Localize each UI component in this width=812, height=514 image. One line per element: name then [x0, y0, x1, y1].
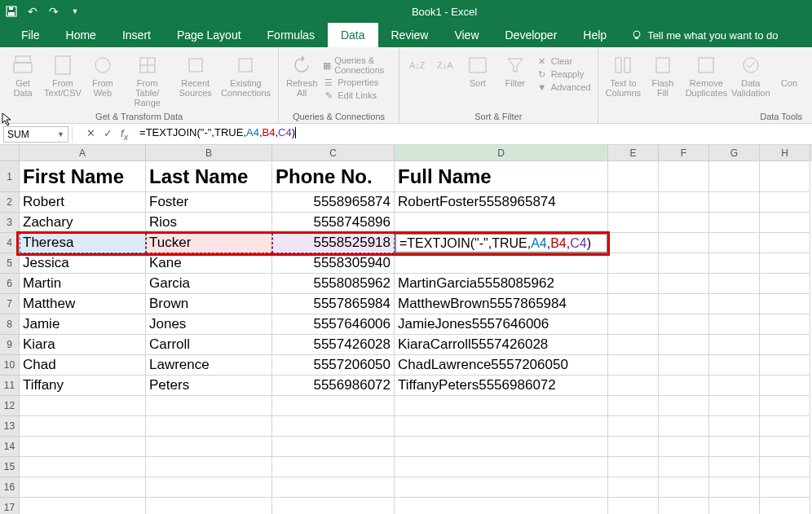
cell[interactable]: Matthew — [20, 294, 146, 314]
cell[interactable] — [760, 355, 810, 376]
cell[interactable] — [659, 314, 709, 335]
advanced-item[interactable]: ▼Advanced — [536, 81, 591, 93]
tell-me-search[interactable]: Tell me what you want to do — [620, 23, 789, 47]
col-header-b[interactable]: B — [146, 145, 272, 161]
cell[interactable]: Full Name — [395, 161, 608, 192]
cell[interactable]: Kane — [146, 253, 272, 274]
cell[interactable]: 5557865984 — [272, 294, 395, 314]
tab-insert[interactable]: Insert — [109, 23, 164, 47]
cell[interactable] — [608, 416, 659, 437]
cell[interactable] — [709, 437, 760, 457]
col-header-c[interactable]: C — [272, 145, 395, 161]
cell[interactable]: Foster — [146, 192, 272, 213]
row-header[interactable]: 17 — [0, 498, 20, 514]
cell[interactable] — [395, 437, 608, 457]
cell[interactable] — [760, 274, 810, 294]
cell[interactable] — [20, 498, 146, 514]
cell[interactable]: Carroll — [146, 335, 272, 355]
save-icon[interactable] — [5, 5, 18, 18]
cell[interactable] — [709, 396, 760, 416]
cancel-icon[interactable]: ✕ — [86, 127, 95, 142]
tab-review[interactable]: Review — [378, 23, 442, 47]
cell[interactable]: KiaraCarroll5557426028 — [395, 335, 608, 355]
cell[interactable] — [659, 335, 709, 355]
redo-icon[interactable]: ↷ — [47, 5, 60, 18]
row-header[interactable]: 2 — [0, 192, 20, 213]
cell[interactable] — [20, 396, 146, 416]
cell[interactable] — [709, 274, 760, 294]
cell[interactable]: Last Name — [146, 161, 272, 192]
cell[interactable] — [146, 437, 272, 457]
cell[interactable] — [659, 213, 709, 233]
cell[interactable] — [709, 457, 760, 477]
fx-icon[interactable]: fx — [121, 127, 128, 142]
cell[interactable]: 5556986072 — [272, 376, 395, 396]
cell[interactable] — [608, 335, 659, 355]
cell[interactable] — [608, 253, 659, 274]
cell[interactable] — [608, 161, 659, 192]
cell[interactable] — [709, 213, 760, 233]
cell[interactable] — [760, 437, 810, 457]
cell[interactable] — [272, 477, 395, 498]
tab-file[interactable]: File — [8, 23, 53, 47]
cell[interactable] — [395, 477, 608, 498]
tab-developer[interactable]: Developer — [492, 23, 571, 47]
row-header[interactable]: 1 — [0, 161, 20, 192]
tab-data[interactable]: Data — [328, 23, 378, 47]
cell[interactable] — [272, 416, 395, 437]
cell[interactable] — [709, 335, 760, 355]
cell[interactable] — [20, 437, 146, 457]
cell[interactable] — [608, 437, 659, 457]
cell[interactable] — [659, 161, 709, 192]
cell[interactable] — [709, 314, 760, 335]
cell[interactable]: 5558085962 — [272, 274, 395, 294]
cell[interactable]: MartinGarcia5558085962 — [395, 274, 608, 294]
cell[interactable] — [608, 213, 659, 233]
cell[interactable]: JamieJones5557646006 — [395, 314, 608, 335]
cell[interactable]: Phone No. — [272, 161, 395, 192]
cell[interactable]: 5558305940 — [272, 253, 395, 274]
cell[interactable] — [395, 457, 608, 477]
col-header-g[interactable]: G — [709, 145, 760, 161]
cell[interactable] — [659, 437, 709, 457]
cell[interactable] — [659, 192, 709, 213]
tab-view[interactable]: View — [441, 23, 492, 47]
cell[interactable] — [760, 314, 810, 335]
cell[interactable]: Rios — [146, 213, 272, 233]
row-header[interactable]: 12 — [0, 396, 20, 416]
cell[interactable] — [608, 314, 659, 335]
cell[interactable]: Robert — [20, 192, 146, 213]
row-header[interactable]: 4 — [0, 233, 20, 253]
recent-sources-button[interactable]: Recent Sources — [176, 51, 215, 98]
row-header[interactable]: 9 — [0, 335, 20, 355]
cell[interactable] — [709, 477, 760, 498]
cell[interactable] — [659, 355, 709, 376]
cell[interactable] — [659, 396, 709, 416]
name-box[interactable]: SUM ▼ — [3, 126, 68, 143]
qat-dropdown-icon[interactable]: ▼ — [68, 5, 82, 18]
cell[interactable] — [395, 213, 608, 233]
flash-fill-button[interactable]: Flash Fill — [647, 51, 679, 98]
cell[interactable]: RobertFoster5558965874 — [395, 192, 608, 213]
existing-connections-button[interactable]: Existing Connections — [220, 51, 271, 98]
cell[interactable]: Lawrence — [146, 355, 272, 376]
cell[interactable] — [709, 161, 760, 192]
cell[interactable] — [395, 416, 608, 437]
cell[interactable] — [760, 498, 810, 514]
edit-links-item[interactable]: ✎Edit Links — [323, 90, 392, 101]
row-header[interactable]: 10 — [0, 355, 20, 376]
cell[interactable]: Theresa — [20, 233, 146, 253]
cell[interactable] — [146, 477, 272, 498]
cell[interactable] — [20, 457, 146, 477]
cell[interactable] — [659, 498, 709, 514]
cell[interactable]: 5558965874 — [272, 192, 395, 213]
row-header[interactable]: 6 — [0, 274, 20, 294]
cell[interactable] — [608, 274, 659, 294]
cell[interactable] — [709, 416, 760, 437]
cell[interactable]: Jones — [146, 314, 272, 335]
cell[interactable]: Garcia — [146, 274, 272, 294]
sort-za-button[interactable]: Z↓A — [434, 51, 457, 77]
cell[interactable]: Martin — [20, 274, 146, 294]
cell[interactable] — [709, 253, 760, 274]
cell[interactable] — [659, 274, 709, 294]
